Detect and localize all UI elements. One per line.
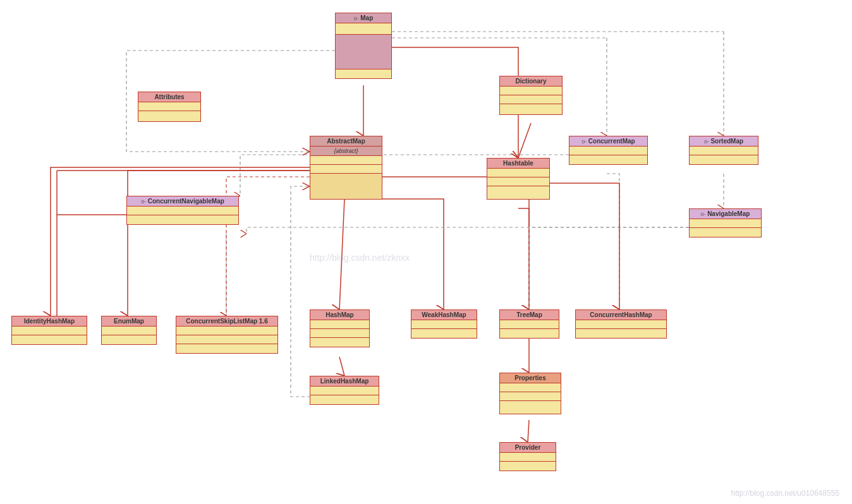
box-identityhashmap: IdentityHashMap <box>11 316 87 345</box>
provider-label: Provider <box>515 444 541 451</box>
weakhashmap-header: WeakHashMap <box>411 310 477 320</box>
weakhashmap-section2 <box>411 329 477 338</box>
dictionary-section2 <box>500 95 562 104</box>
concurrentskiplistmap-section3 <box>176 344 277 353</box>
sortedmap-section2 <box>690 155 758 164</box>
box-abstractmap: AbstractMap {abstract} <box>310 136 382 200</box>
concurrentskiplistmap-section1 <box>176 327 277 335</box>
map-prefix: o- <box>354 15 361 21</box>
box-hashmap: HashMap <box>310 309 370 347</box>
properties-section1 <box>500 383 561 392</box>
concurrentmap-prefix: o- <box>581 138 588 145</box>
hashtable-header: Hashtable <box>487 159 549 169</box>
attributes-header: Attributes <box>138 92 200 102</box>
linkedhashmap-label: LinkedHashMap <box>320 378 369 385</box>
box-linkedhashmap: LinkedHashMap <box>310 376 379 405</box>
attributes-label: Attributes <box>154 93 184 100</box>
dictionary-section1 <box>500 87 562 95</box>
box-provider: Provider <box>499 442 556 471</box>
abstractmap-abstract: {abstract} <box>310 147 382 155</box>
linkedhashmap-header: LinkedHashMap <box>310 376 379 387</box>
concurrentskiplistmap-section2 <box>176 335 277 344</box>
linkedhashmap-section2 <box>310 395 379 404</box>
treemap-section1 <box>500 320 559 329</box>
svg-line-2 <box>339 199 344 309</box>
identityhashmap-section1 <box>12 327 87 335</box>
dictionary-label: Dictionary <box>516 78 547 85</box>
concurrentnavigablemap-section1 <box>127 207 238 215</box>
abstractmap-section1 <box>310 156 382 165</box>
box-properties: Properties <box>499 373 561 414</box>
box-enummap: EnumMap <box>101 316 157 345</box>
watermark2: http://blog.csdn.net/u010648555 <box>731 489 839 498</box>
concurrenthashmap-label: ConcurrentHashMap <box>590 311 652 318</box>
svg-line-3 <box>339 357 344 376</box>
abstractmap-header: AbstractMap <box>310 136 382 147</box>
hashtable-section3 <box>487 186 549 199</box>
map-section1 <box>336 23 391 35</box>
abstractmap-sublabel: {abstract} <box>310 147 382 156</box>
hashtable-label: Hashtable <box>503 160 533 167</box>
box-dictionary: Dictionary <box>499 76 563 115</box>
hashmap-label: HashMap <box>326 311 353 318</box>
hashmap-header: HashMap <box>310 310 369 320</box>
cnm-prefix: o- <box>141 198 148 205</box>
concurrentskiplistmap-header: ConcurrentSkipListMap 1.6 <box>176 316 277 327</box>
sortedmap-prefix: o- <box>704 138 711 145</box>
properties-section3 <box>500 401 561 414</box>
map-header: o- Map <box>336 13 391 23</box>
diagram-container: o- Map Dictionary Attributes AbstractMap… <box>0 0 852 504</box>
treemap-header: TreeMap <box>500 310 559 320</box>
box-navigablemap: o- NavigableMap <box>689 208 762 237</box>
enummap-section2 <box>102 335 156 344</box>
identityhashmap-label: IdentityHashMap <box>24 318 75 325</box>
provider-section1 <box>500 453 556 462</box>
sortedmap-section1 <box>690 147 758 155</box>
properties-label: Properties <box>514 375 545 381</box>
box-concurrenthashmap: ConcurrentHashMap <box>575 309 667 339</box>
concurrenthashmap-header: ConcurrentHashMap <box>576 310 666 320</box>
concurrentmap-section2 <box>569 155 647 164</box>
box-attributes: Attributes <box>138 92 201 122</box>
box-treemap: TreeMap <box>499 309 559 339</box>
concurrentnavigablemap-label: ConcurrentNavigableMap <box>148 198 224 205</box>
hashmap-section1 <box>310 320 369 329</box>
abstractmap-label: AbstractMap <box>327 138 365 145</box>
dictionary-header: Dictionary <box>500 76 562 87</box>
watermark1: http://blog.csdn.net/zknxx <box>310 253 410 263</box>
properties-section2 <box>500 392 561 401</box>
concurrentmap-label: ConcurrentMap <box>588 138 635 145</box>
box-hashtable: Hashtable <box>487 158 550 200</box>
provider-header: Provider <box>500 443 556 453</box>
map-section2 <box>336 35 391 69</box>
treemap-section2 <box>500 329 559 338</box>
box-concurrentskiplistmap: ConcurrentSkipListMap 1.6 <box>176 316 278 354</box>
enummap-header: EnumMap <box>102 316 156 327</box>
weakhashmap-section1 <box>411 320 477 329</box>
box-weakhashmap: WeakHashMap <box>411 309 477 339</box>
hashmap-section2 <box>310 329 369 338</box>
hashmap-section3 <box>310 338 369 347</box>
hashtable-section2 <box>487 177 549 186</box>
svg-line-4 <box>528 420 529 442</box>
abstractmap-section2 <box>310 165 382 174</box>
identityhashmap-section2 <box>12 335 87 344</box>
treemap-label: TreeMap <box>516 311 542 318</box>
provider-section2 <box>500 462 556 471</box>
concurrenthashmap-section2 <box>576 329 666 338</box>
linkedhashmap-section1 <box>310 387 379 395</box>
concurrenthashmap-section1 <box>576 320 666 329</box>
enummap-label: EnumMap <box>114 318 144 325</box>
box-sortedmap: o- SortedMap <box>689 136 758 165</box>
weakhashmap-label: WeakHashMap <box>422 311 466 318</box>
concurrentnavigablemap-section2 <box>127 215 238 224</box>
dictionary-section3 <box>500 104 562 114</box>
sortedmap-header: o- SortedMap <box>690 136 758 147</box>
navigablemap-section2 <box>690 228 761 237</box>
abstractmap-section3 <box>310 174 382 199</box>
box-concurrentnavigablemap: o- ConcurrentNavigableMap <box>126 196 239 225</box>
properties-header: Properties <box>500 373 561 383</box>
identityhashmap-header: IdentityHashMap <box>12 316 87 327</box>
navigablemap-section1 <box>690 219 761 228</box>
box-concurrentmap: o- ConcurrentMap <box>569 136 648 165</box>
